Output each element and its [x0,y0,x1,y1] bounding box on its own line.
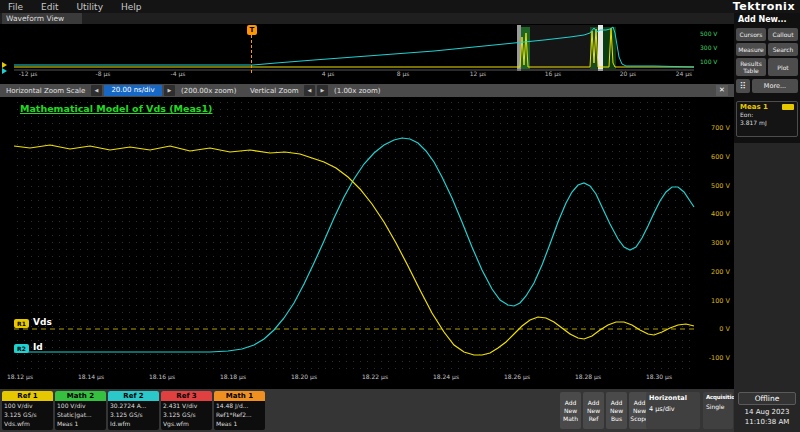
badge-name: Math 2 [55,391,106,401]
overview-time-label: 24 µs [672,70,696,77]
badge-detail-line: 14.48 J/d... [214,401,265,410]
overview-time-label: -4 µs [166,70,190,77]
horizontal-zoom-scale-label: Horizontal Zoom Scale [6,87,85,95]
badge-name: Ref 1 [2,391,53,401]
ref1-channel-pill[interactable]: R1 [14,319,29,328]
tektronix-logo: Tektronix [733,0,795,13]
overview-scale-300: 300 V [700,44,717,51]
main-traces [0,97,734,389]
tab-waveform-view[interactable]: Waveform View [2,13,82,24]
trigger-marker[interactable]: T [247,25,257,35]
overview-time-label: 8 µs [391,70,415,77]
menu-bar: File Edit Utility Help Tektronix [0,0,800,13]
add-button-word: Bus [606,415,627,422]
badge-detail-line: 3.125 GS/s [108,410,159,419]
overview-time-label: 20 µs [616,70,640,77]
add-button-word: Add [583,399,604,406]
acquisition-title: Acquisition [706,394,730,400]
channel-badge-ref1[interactable]: Ref 1100 V/div3.125 GS/sVds.wfm [2,391,53,430]
ref2-edge-marker[interactable] [2,68,7,74]
add-button-word: Ref [583,415,604,422]
badge-name: Math 1 [214,391,265,401]
overview-time-label: -12 µs [16,70,40,77]
meas1-row-value: 3.817 mJ [737,119,797,127]
channel-badge-ref2[interactable]: Ref 230.2724 A...3.125 GS/sId.wfm [108,391,159,430]
time-tick-label: 18.24 µs [428,373,464,380]
cursors-button[interactable]: Cursors [736,28,766,41]
time-tick-label: 18.30 µs [641,373,677,380]
add-new-bus-button[interactable]: AddNewBus [606,392,627,429]
badge-detail-line: 100 V/div [55,401,106,410]
overview-traces [14,25,694,71]
trigger-line [251,35,252,73]
time-tick-label: 18.22 µs [357,373,393,380]
offline-button[interactable]: Offline [738,392,796,405]
more-button[interactable]: More... [752,79,798,93]
add-new-math-button[interactable]: AddNewMath [560,392,581,429]
close-zoom-icon[interactable]: ✕ [716,85,728,96]
voltage-tick-label: 100 V [696,297,730,305]
h-zoom-increase-button[interactable]: ▶ [164,85,175,96]
channel-badge-math1[interactable]: Math 114.48 J/d...Ref1*Ref2...Meas 1 [214,391,265,430]
add-button-word: Add [606,399,627,406]
status-time: 11:10:38 AM [734,418,800,426]
badge-name: Ref 2 [108,391,159,401]
meas1-row-label: Eon: [737,111,797,119]
overview-time-label: 16 µs [541,70,565,77]
h-zoom-factor: (200.00x zoom) [181,87,236,95]
settings-bar: Ref 1100 V/div3.125 GS/sVds.wfmMath 2100… [0,389,734,432]
badge-detail-line: 2.431 V/div [161,401,212,410]
channel-badge-math2[interactable]: Math 2100 V/divStatic|gat...Meas 1 [55,391,106,430]
overview-time-label: 4 µs [316,70,340,77]
badge-detail-line: Static|gat... [55,410,106,419]
vds-trace [14,145,694,355]
main-waveform-plot: Mathematical Model of Vds (Meas1) 700 V6… [0,97,734,389]
meas1-results-badge[interactable]: Meas 1 Eon: 3.817 mJ [736,101,798,137]
status-date: 14 Aug 2023 [734,408,800,416]
voltage-tick-label: 600 V [696,153,730,161]
time-tick-label: 18.18 µs [215,373,251,380]
voltage-tick-label: 200 V [696,268,730,276]
results-table-button[interactable]: Results Table [736,58,766,76]
menu-help[interactable]: Help [121,2,142,12]
ref2-channel-pill[interactable]: R2 [14,344,29,353]
add-button-word: New [560,407,581,414]
menu-utility[interactable]: Utility [77,2,103,12]
voltage-tick-label: 0 V [696,325,730,333]
add-new-ref-button[interactable]: AddNewRef [583,392,604,429]
channel-badge-ref3[interactable]: Ref 32.431 V/div3.125 GS/sVgs.wfm [161,391,212,430]
badge-detail-line: 30.2724 A... [108,401,159,410]
overview-scale-100: 100 V [700,58,717,65]
vertical-zoom-label: Vertical Zoom [250,87,299,95]
meas1-source-chip [782,104,794,110]
callout-button[interactable]: Callout [768,28,798,41]
zoom-window-region[interactable] [520,25,600,71]
time-tick-label: 18.28 µs [570,373,606,380]
plot-button[interactable]: Plot [768,58,798,76]
search-button[interactable]: Search [768,43,798,56]
horizontal-panel[interactable]: Horizontal 4 µs/div [646,392,700,429]
apps-grid-icon[interactable]: ⠿ [736,79,750,93]
add-new-header: Add New... [738,15,787,24]
badge-detail-line: 100 V/div [2,401,53,410]
v-zoom-increase-button[interactable]: ▶ [317,85,328,96]
v-zoom-decrease-button[interactable]: ◀ [304,85,315,96]
voltage-tick-label: 300 V [696,239,730,247]
zoom-handle-right[interactable] [598,25,603,71]
badge-detail-line: 3.125 GS/s [2,410,53,419]
h-zoom-scale-value[interactable]: 20.00 ns/div [104,85,162,96]
time-tick-label: 18.16 µs [144,373,180,380]
plot-title: Mathematical Model of Vds (Meas1) [20,103,212,114]
time-tick-label: 18.14 µs [73,373,109,380]
id-channel-label: Id [33,342,43,352]
add-button-word: New [583,407,604,414]
menu-file[interactable]: File [8,2,23,12]
menu-edit[interactable]: Edit [41,2,58,12]
h-zoom-decrease-button[interactable]: ◀ [91,85,102,96]
time-tick-label: 18.26 µs [499,373,535,380]
horizontal-scale-value: 4 µs/div [649,405,697,413]
measure-button[interactable]: Measure [736,43,766,56]
acquisition-panel[interactable]: Acquisition Single [703,392,733,429]
overview-time-label: 12 µs [466,70,490,77]
add-button-word: Add [560,399,581,406]
